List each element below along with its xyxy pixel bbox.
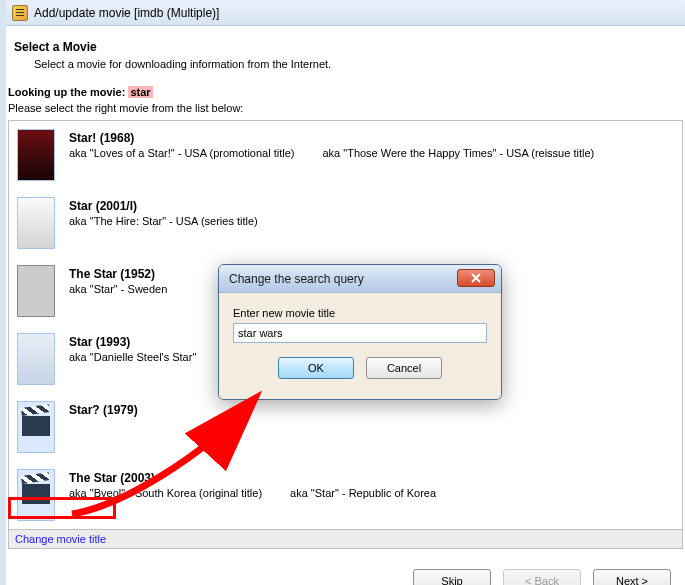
page-title: Select a Movie [6,26,685,56]
dialog-title: Change the search query [229,272,364,286]
cancel-button[interactable]: Cancel [366,357,442,379]
result-aka: aka "The Hire: Star" - USA (series title… [69,215,674,227]
ok-button[interactable]: OK [278,357,354,379]
movie-title-input[interactable] [233,323,487,343]
change-search-query-dialog: Change the search query Enter new movie … [218,264,502,400]
result-title: Star? (1979) [69,403,674,417]
movie-thumbnail [17,129,55,181]
result-row[interactable]: The Star (2003) aka "Byeol" - South Kore… [9,461,682,529]
change-movie-title-link[interactable]: Change movie title [15,533,106,545]
wizard-buttons: Skip < Back Next > [6,549,685,585]
dialog-body: Enter new movie title OK Cancel [219,293,501,399]
list-footer: Change movie title [8,529,683,549]
result-row[interactable]: Star! (1968) aka "Loves of a Star!" - US… [9,121,682,189]
dialog-input-label: Enter new movie title [233,307,487,319]
movie-thumbnail [17,469,55,521]
skip-button[interactable]: Skip [413,569,491,585]
titlebar: Add/update movie [imdb (Multiple)] [6,0,685,26]
lookup-bar: Looking up the movie: star [6,80,685,100]
dialog-titlebar: Change the search query [219,265,501,293]
lookup-term: star [128,86,152,98]
movie-thumbnail [17,333,55,385]
lookup-instruction: Please select the right movie from the l… [6,100,685,120]
movie-thumbnail [17,401,55,453]
result-aka: aka "Loves of a Star!" - USA (promotiona… [69,147,674,159]
close-icon [470,273,482,283]
result-body: Star! (1968) aka "Loves of a Star!" - US… [69,129,674,159]
dialog-buttons: OK Cancel [233,343,487,393]
result-aka: aka "Byeol" - South Korea (original titl… [69,487,674,499]
result-body: Star (2001/I) aka "The Hire: Star" - USA… [69,197,674,227]
app-icon [12,5,28,21]
close-button[interactable] [457,269,495,287]
result-body: Star? (1979) [69,401,674,417]
back-button: < Back [503,569,581,585]
page-description: Select a movie for downloading informati… [6,56,685,80]
result-body: The Star (2003) aka "Byeol" - South Kore… [69,469,674,499]
movie-thumbnail [17,197,55,249]
result-title: Star! (1968) [69,131,674,145]
result-row[interactable]: Star? (1979) [9,393,682,461]
result-row[interactable]: Star (2001/I) aka "The Hire: Star" - USA… [9,189,682,257]
next-button[interactable]: Next > [593,569,671,585]
window-title: Add/update movie [imdb (Multiple)] [34,6,219,20]
result-title: The Star (2003) [69,471,674,485]
movie-thumbnail [17,265,55,317]
lookup-prefix: Looking up the movie: [8,86,125,98]
result-title: Star (2001/I) [69,199,674,213]
